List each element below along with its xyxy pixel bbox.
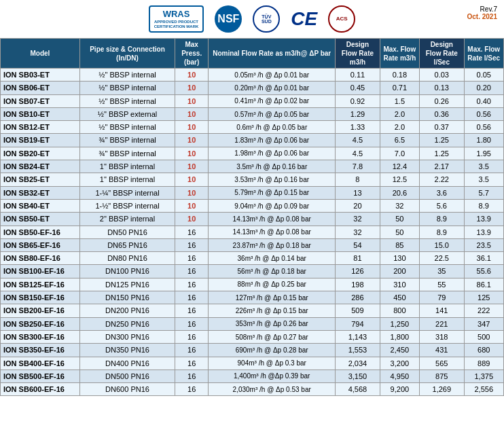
cell-model: ION SB600-EF-16 (1, 383, 80, 396)
cell-dfr-m3: 198 (336, 278, 380, 291)
cell-mfr-ls: 680 (464, 344, 503, 357)
cell-mfr-m3: 6.5 (380, 134, 419, 147)
cell-dfr-ls: 22.5 (420, 252, 464, 265)
cell-dfr-ls: 0.03 (420, 69, 464, 82)
cell-dfr-m3: 1,143 (336, 330, 380, 343)
cell-mfr-ls: 1.95 (464, 147, 503, 160)
cell-press: 16 (175, 238, 209, 251)
cell-pipe: ¾" BBSP internal (79, 147, 175, 160)
cell-mfr-ls: 3.5 (464, 160, 503, 173)
col-pipe: Pipe size & Connection (In/DN) (79, 39, 175, 69)
cell-press: 10 (175, 134, 209, 147)
cell-mfr-ls: 8.9 (464, 199, 503, 212)
cell-nominal: 14.13m³ /h @ Δp 0.08 bar (209, 213, 336, 226)
cell-mfr-m3: 12.4 (380, 160, 419, 173)
cell-pipe: ½" BBSP external (79, 107, 175, 120)
cell-mfr-ls: 23.5 (464, 238, 503, 251)
cell-dfr-ls: 2.22 (420, 173, 464, 186)
cell-pipe: DN350 PN16 (79, 344, 175, 357)
cell-mfr-m3: 2.0 (380, 107, 419, 120)
cell-mfr-m3: 85 (380, 238, 419, 251)
cell-mfr-ls: 5.7 (464, 186, 503, 199)
cell-pipe: DN300 PN16 (79, 330, 175, 343)
cell-press: 10 (175, 199, 209, 212)
cell-nominal: 0.05m³ /h @ Δp 0.01 bar (209, 69, 336, 82)
cell-press: 10 (175, 107, 209, 120)
cell-nominal: 1.83m³ /h @ Δp 0.06 bar (209, 134, 336, 147)
table-row: ION SB19-ET ¾" BBSP internal 10 1.83m³ /… (1, 134, 504, 147)
table-row: ION SB300-EF-16 DN300 PN16 16 508m³ /h @… (1, 330, 504, 343)
cell-pipe: DN600 PN16 (79, 383, 175, 396)
cell-dfr-ls: 8.9 (420, 213, 464, 226)
revision-info: Rev.7 Oct. 2021 (467, 5, 497, 20)
cell-dfr-ls: 431 (420, 344, 464, 357)
cell-press: 16 (175, 330, 209, 343)
cell-press: 10 (175, 147, 209, 160)
table-row: ION SB06-ET ½" BBSP internal 10 0.20m³ /… (1, 82, 504, 94)
table-row: ION SB125-EF-16 DN125 PN16 16 88m³ /h @ … (1, 278, 504, 291)
cell-model: ION SB400-EF-16 (1, 357, 80, 370)
rev-date: Oct. 2021 (467, 13, 497, 20)
cell-nominal: 1.98m³ /h @ Δp 0.06 bar (209, 147, 336, 160)
cell-model: ION SB24-ET (1, 160, 80, 173)
cell-mfr-ls: 0.40 (464, 94, 503, 107)
cell-mfr-ls: 1,375 (464, 370, 503, 382)
cell-pipe: DN50 PN16 (79, 226, 175, 238)
cell-model: ION SB80-EF-16 (1, 252, 80, 265)
cell-pipe: DN250 PN16 (79, 317, 175, 330)
cell-pipe: ¾" BBSP internal (79, 134, 175, 147)
ce-logo: CE (291, 8, 317, 30)
cell-press: 16 (175, 226, 209, 238)
cell-nominal: 508m³ /h @ Δp 0.27 bar (209, 330, 336, 343)
cell-dfr-ls: 875 (420, 370, 464, 382)
cell-press: 10 (175, 160, 209, 173)
cell-model: ION SB300-EF-16 (1, 330, 80, 343)
flow-rate-table: Model Pipe size & Connection (In/DN) Max… (0, 38, 504, 396)
cell-mfr-ls: 889 (464, 357, 503, 370)
cell-model: ION SB10-ET (1, 107, 80, 120)
cell-dfr-m3: 1,553 (336, 344, 380, 357)
cell-mfr-m3: 2,450 (380, 344, 419, 357)
cell-nominal: 353m³ /h @ Δp 0.26 bar (209, 317, 336, 330)
cell-dfr-m3: 4.5 (336, 134, 380, 147)
cell-model: ION SB100-EF-16 (1, 265, 80, 278)
cell-dfr-m3: 4.5 (336, 147, 380, 160)
cell-nominal: 904m³ /h @ Δp 0.3 bar (209, 357, 336, 370)
cell-model: ION SB150-EF-16 (1, 291, 80, 304)
rev-number: Rev.7 (467, 5, 497, 13)
cell-mfr-m3: 310 (380, 278, 419, 291)
cell-dfr-ls: 1.25 (420, 134, 464, 147)
col-mfr-ls: Max. Flow Rate l/Sec (464, 39, 503, 69)
cell-dfr-ls: 0.37 (420, 121, 464, 134)
table-row: ION SB65-EF-16 DN65 PN16 16 23.87m³ /h @… (1, 238, 504, 251)
cell-mfr-m3: 2.0 (380, 121, 419, 134)
table-row: ION SB50-EF-16 DN50 PN16 16 14.13m³ /h @… (1, 226, 504, 238)
cell-mfr-m3: 9,200 (380, 383, 419, 396)
cell-press: 16 (175, 344, 209, 357)
cell-press: 16 (175, 265, 209, 278)
cell-dfr-ls: 141 (420, 304, 464, 317)
cell-press: 16 (175, 317, 209, 330)
cell-nominal: 127m³ /h @ Δp 0.15 bar (209, 291, 336, 304)
cell-press: 16 (175, 304, 209, 317)
cell-press: 16 (175, 252, 209, 265)
cell-pipe: DN400 PN16 (79, 357, 175, 370)
cell-mfr-ls: 0.05 (464, 69, 503, 82)
cell-mfr-ls: 2,556 (464, 383, 503, 396)
cell-pipe: DN100 PN16 (79, 265, 175, 278)
cell-nominal: 3.53m³ /h @ Δp 0.16 bar (209, 173, 336, 186)
cell-model: ION SB40-ET (1, 199, 80, 212)
cell-mfr-ls: 55.6 (464, 265, 503, 278)
cell-nominal: 14.13m³ /h @ Δp 0.08 bar (209, 226, 336, 238)
col-dfr-m3: Design Flow Rate m3/h (336, 39, 380, 69)
cell-dfr-m3: 1.33 (336, 121, 380, 134)
cell-model: ION SB50-ET (1, 213, 80, 226)
cell-mfr-m3: 450 (380, 291, 419, 304)
cell-mfr-m3: 800 (380, 304, 419, 317)
cell-mfr-ls: 222 (464, 304, 503, 317)
header: WRAS APPROVED PRODUCT CERTIFICATION MARK… (0, 0, 504, 35)
table-row: ION SB250-EF-16 DN250 PN16 16 353m³ /h @… (1, 317, 504, 330)
cell-nominal: 0.6m³ /h @ Δp 0.05 bar (209, 121, 336, 134)
table-row: ION SB40-ET 1-½" BBSP internal 10 9.04m³… (1, 199, 504, 212)
cell-model: ION SB500-EF-16 (1, 370, 80, 382)
